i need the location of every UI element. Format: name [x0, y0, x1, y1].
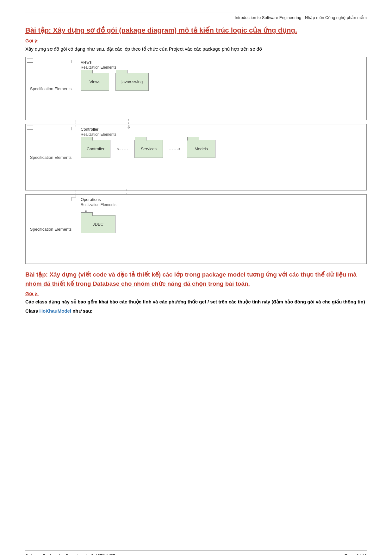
dashed-connect-2-3 — [76, 190, 76, 197]
diagram-1: Specification Elements Views Realization… — [25, 57, 367, 120]
diagram-wrapper-3: Specification Elements Operations Realiz… — [25, 194, 367, 264]
package-jdbc: JDBC — [81, 215, 115, 233]
hint-label-1: Gợi ý: — [25, 38, 367, 44]
spec-col-2: Specification Elements — [26, 124, 76, 190]
arrow-down-area-3 — [127, 189, 127, 195]
spec-col-1: Specification Elements — [26, 57, 76, 120]
dashed-vert-3 — [127, 189, 127, 195]
spec-col-3: Specification Elements — [26, 195, 76, 264]
section1-title: Bài tập: Xây dựng sơ đồ gói (pakage diag… — [25, 26, 367, 35]
pkg-sublabel-3: Realization Elements — [81, 203, 362, 207]
pkg-sublabel-1: Realization Elements — [81, 65, 362, 70]
spec-label-2: Specification Elements — [30, 155, 72, 160]
diagram-wrapper-1: Specification Elements Views Realization… — [25, 57, 367, 120]
package-controller: Controller — [81, 140, 110, 158]
package-views: Views — [81, 73, 109, 91]
dashed-connect-1-2 — [76, 120, 76, 127]
footer: Software Engineering Department - SoICT/… — [25, 551, 367, 555]
diagram-wrapper-2: Specification Elements ⇓ Controller Real… — [25, 124, 367, 190]
dashed-vert-1 — [128, 119, 129, 124]
header-text: Introduction to Software Engineering - N… — [25, 15, 367, 20]
arrow-left-area: <- - - - — [117, 147, 128, 151]
arrow-down-icon: ⇓ — [127, 124, 131, 129]
arrow-down-area: ⇓ — [127, 119, 131, 129]
pkg-label-1: Views — [81, 60, 362, 65]
pkg-sublabel-2: Realization Elements — [81, 132, 362, 137]
bold2-prefix: Class — [25, 308, 39, 314]
arrow-right-area: - - - -> — [169, 147, 181, 151]
package-services: Services — [134, 140, 163, 158]
pkg-label-3: Operations — [81, 197, 362, 202]
section2-title: Bài tập: Xây dựng (viết code và đặc tả t… — [25, 270, 367, 288]
pkg-label-2: Controller — [81, 127, 362, 132]
bold-text-2: Class HoKhauModel như sau: — [25, 308, 367, 315]
footer-left: Software Engineering Department - SoICT/… — [25, 553, 115, 555]
diagram-2-inner: Specification Elements ⇓ Controller Real… — [26, 124, 366, 190]
main-col-3: Operations Realization Elements ⇓ JDBC — [76, 195, 366, 264]
jdbc-area: ⇓ JDBC — [81, 210, 362, 233]
packages-row-1: Views javax.swing — [81, 73, 362, 91]
package-javax: javax.swing — [115, 73, 149, 91]
packages-row-2: Controller <- - - - Services - - - -> Mo… — [81, 140, 362, 158]
bold2-suffix: như sau: — [71, 308, 93, 314]
diagram-3: Specification Elements Operations Realiz… — [25, 194, 367, 264]
hint-label-2: Gợi ý: — [25, 291, 367, 296]
spec-label-3: Specification Elements — [30, 227, 72, 232]
diagram-2: Specification Elements ⇓ Controller Real… — [25, 124, 367, 190]
package-models: Models — [187, 140, 215, 158]
main-col-2: ⇓ Controller Realization Elements Contro… — [76, 124, 366, 190]
main-col-1: Views Realization Elements Views javax.s… — [76, 57, 366, 120]
spec-label-1: Specification Elements — [30, 86, 72, 91]
hint-text-1: Xây dựng sơ đồ gói có dạng như sau, đặt … — [25, 46, 367, 53]
bold-text-1: Các class dạng này sẽ bao gồm khai báo c… — [25, 298, 367, 306]
footer-right: Trang 8 / 10 — [345, 553, 367, 555]
page: Introduction to Software Engineering - N… — [0, 13, 392, 555]
diagram-1-inner: Specification Elements Views Realization… — [26, 57, 366, 120]
diagram-3-inner: Specification Elements Operations Realiz… — [26, 195, 366, 264]
header-divider — [25, 13, 367, 13]
highlight-hokkhau: HoKhauModel — [39, 308, 71, 314]
